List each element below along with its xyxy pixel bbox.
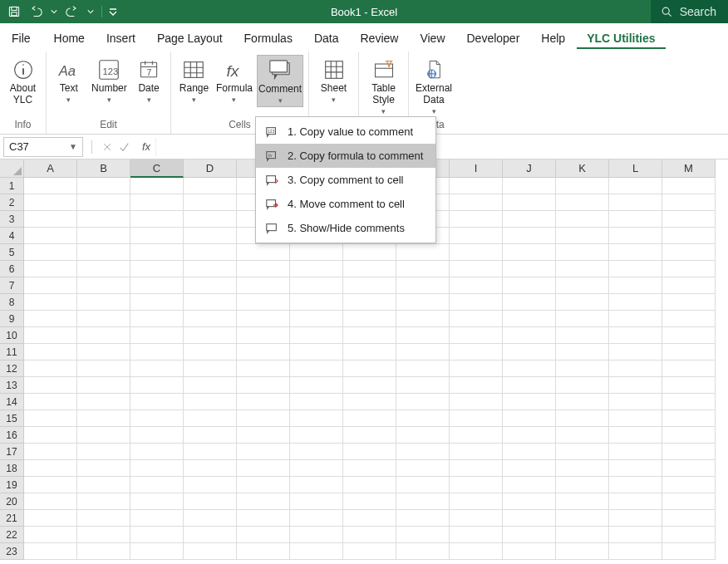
cell[interactable] xyxy=(343,527,396,543)
cell[interactable] xyxy=(396,261,450,277)
row-header-11[interactable]: 11 xyxy=(0,344,24,360)
cell[interactable] xyxy=(396,444,450,460)
cell[interactable] xyxy=(24,344,77,360)
cell[interactable] xyxy=(503,294,556,311)
cell[interactable] xyxy=(503,444,556,460)
cell[interactable] xyxy=(450,493,503,510)
cell[interactable] xyxy=(77,410,130,427)
cell[interactable] xyxy=(450,394,503,410)
cell[interactable] xyxy=(24,311,77,327)
cell[interactable] xyxy=(396,327,450,344)
cell[interactable] xyxy=(77,277,130,294)
cell[interactable] xyxy=(237,460,290,477)
cell[interactable] xyxy=(237,493,290,510)
cell[interactable] xyxy=(662,244,716,261)
cell[interactable] xyxy=(130,460,184,477)
cell[interactable] xyxy=(503,410,556,427)
cell[interactable] xyxy=(77,510,130,527)
cell[interactable] xyxy=(609,360,662,377)
cell[interactable] xyxy=(556,261,609,277)
cell[interactable] xyxy=(184,327,237,344)
cell[interactable] xyxy=(24,294,77,311)
cell[interactable] xyxy=(450,410,503,427)
cell[interactable] xyxy=(237,510,290,527)
cell[interactable] xyxy=(24,211,77,228)
cell[interactable] xyxy=(290,543,343,560)
menu-show-hide-comments[interactable]: 5. Show/Hide comments xyxy=(256,216,435,240)
cell[interactable] xyxy=(237,394,290,410)
cell[interactable] xyxy=(609,410,662,427)
row-header-13[interactable]: 13 xyxy=(0,377,24,394)
cell[interactable] xyxy=(662,444,716,460)
cell[interactable] xyxy=(290,294,343,311)
cell[interactable] xyxy=(396,344,450,360)
cell[interactable] xyxy=(503,460,556,477)
column-header-C[interactable]: C xyxy=(130,159,184,178)
cell[interactable] xyxy=(609,211,662,228)
cell[interactable] xyxy=(396,543,450,560)
cell[interactable] xyxy=(184,394,237,410)
cell[interactable] xyxy=(396,311,450,327)
cell[interactable] xyxy=(77,327,130,344)
cell[interactable] xyxy=(77,228,130,244)
cell[interactable] xyxy=(237,410,290,427)
row-header-7[interactable]: 7 xyxy=(0,277,24,294)
cell[interactable] xyxy=(396,510,450,527)
cell[interactable] xyxy=(24,394,77,410)
cell[interactable] xyxy=(503,244,556,261)
cell[interactable] xyxy=(609,460,662,477)
cell[interactable] xyxy=(290,510,343,527)
cell[interactable] xyxy=(130,228,184,244)
menu-copy-comment-to-cell[interactable]: 3. Copy comment to cell xyxy=(256,168,435,192)
cell[interactable] xyxy=(450,477,503,493)
cell[interactable] xyxy=(662,477,716,493)
cell[interactable] xyxy=(396,493,450,510)
column-header-K[interactable]: K xyxy=(556,159,609,178)
cell[interactable] xyxy=(77,444,130,460)
cell[interactable] xyxy=(237,377,290,394)
tab-insert[interactable]: Insert xyxy=(96,28,145,49)
cell[interactable] xyxy=(77,360,130,377)
cell[interactable] xyxy=(450,360,503,377)
cell[interactable] xyxy=(609,194,662,211)
cell[interactable] xyxy=(77,527,130,543)
cell[interactable] xyxy=(237,311,290,327)
cell[interactable] xyxy=(130,344,184,360)
cell[interactable] xyxy=(503,344,556,360)
cell[interactable] xyxy=(290,460,343,477)
cell[interactable] xyxy=(184,444,237,460)
row-header-3[interactable]: 3 xyxy=(0,211,24,228)
cell[interactable] xyxy=(662,493,716,510)
cell[interactable] xyxy=(130,527,184,543)
cell[interactable] xyxy=(77,261,130,277)
menu-copy-formula-to-comment[interactable]: fx 2. Copy formula to comment xyxy=(256,144,435,168)
cell[interactable] xyxy=(450,311,503,327)
cell[interactable] xyxy=(343,311,396,327)
cell[interactable] xyxy=(184,261,237,277)
cell[interactable] xyxy=(662,261,716,277)
cell[interactable] xyxy=(450,444,503,460)
text-button[interactable]: Aa Text ▾ xyxy=(52,55,86,105)
cell[interactable] xyxy=(609,477,662,493)
column-header-L[interactable]: L xyxy=(609,159,662,178)
cell[interactable] xyxy=(130,543,184,560)
cell[interactable] xyxy=(130,394,184,410)
cell[interactable] xyxy=(662,460,716,477)
cell[interactable] xyxy=(343,543,396,560)
tab-ylc-utilities[interactable]: YLC Utilities xyxy=(577,28,665,49)
undo-icon[interactable] xyxy=(27,2,45,21)
cell[interactable] xyxy=(503,228,556,244)
cell[interactable] xyxy=(184,510,237,527)
cell[interactable] xyxy=(184,360,237,377)
cell[interactable] xyxy=(556,178,609,194)
cell[interactable] xyxy=(343,377,396,394)
name-box[interactable]: C37 ▼ xyxy=(3,137,83,157)
cell[interactable] xyxy=(396,477,450,493)
comment-button[interactable]: Comment ▾ xyxy=(257,55,303,107)
cell[interactable] xyxy=(24,327,77,344)
cell[interactable] xyxy=(556,377,609,394)
row-header-12[interactable]: 12 xyxy=(0,360,24,377)
cell[interactable] xyxy=(77,244,130,261)
cell[interactable] xyxy=(77,311,130,327)
cell[interactable] xyxy=(290,410,343,427)
